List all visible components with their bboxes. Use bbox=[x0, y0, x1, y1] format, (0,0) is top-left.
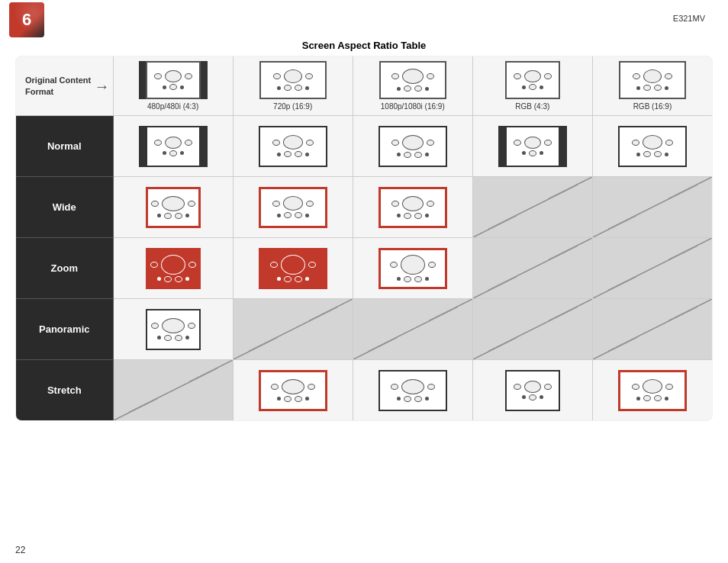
dot bbox=[540, 151, 543, 155]
aspect-ratio-table: Original Content Format → bbox=[15, 56, 713, 421]
circle bbox=[404, 152, 411, 158]
table-header-row: Original Content Format → bbox=[16, 56, 713, 116]
dot bbox=[185, 336, 189, 339]
dot bbox=[305, 86, 309, 90]
circle bbox=[404, 85, 411, 92]
main-container: Screen Aspect Ratio Table Original Conte… bbox=[0, 40, 728, 421]
col-label-480: 480p/480i (4:3) bbox=[117, 102, 230, 111]
tv-display-720 bbox=[259, 61, 327, 99]
col-label-rgb169: RGB (16:9) bbox=[596, 102, 709, 111]
circle bbox=[514, 384, 521, 390]
black-bar-right bbox=[201, 61, 208, 99]
circle bbox=[305, 73, 313, 79]
circle bbox=[402, 69, 424, 84]
tv-stretch-rgb169 bbox=[618, 370, 687, 411]
circle bbox=[308, 384, 315, 390]
ocf-label-text: Original Content Format bbox=[25, 75, 92, 97]
dot bbox=[540, 85, 543, 89]
row-label-zoom: Zoom bbox=[16, 238, 114, 299]
circle bbox=[529, 394, 536, 401]
circle bbox=[272, 201, 280, 207]
circle bbox=[427, 201, 434, 207]
header-col-rgb43: RGB (4:3) bbox=[472, 56, 592, 116]
row-label-wide: Wide bbox=[16, 177, 114, 238]
dot bbox=[636, 86, 640, 90]
tv-display-rgb43 bbox=[505, 61, 560, 99]
header-col-480: 480p/480i (4:3) bbox=[113, 56, 233, 116]
dot bbox=[636, 153, 640, 156]
circle bbox=[427, 73, 434, 79]
circle bbox=[150, 262, 158, 268]
page-header: 6 E321MV bbox=[0, 0, 728, 40]
circle bbox=[283, 196, 303, 211]
cell-panoramic-720-na bbox=[233, 299, 353, 360]
ocf-header-cell: Original Content Format → bbox=[16, 56, 114, 116]
cell-panoramic-480 bbox=[113, 299, 233, 360]
tv-normal-720 bbox=[259, 126, 327, 167]
circle bbox=[284, 212, 292, 218]
circle bbox=[391, 384, 398, 390]
circle bbox=[162, 318, 185, 333]
tv-wide-480 bbox=[146, 187, 201, 228]
circle bbox=[175, 335, 182, 341]
cell-normal-480 bbox=[113, 116, 233, 177]
circle bbox=[188, 262, 196, 268]
circle bbox=[164, 335, 172, 341]
tv-display-rgb169 bbox=[619, 61, 686, 99]
header-col-rgb169: RGB (16:9) bbox=[592, 56, 712, 116]
dot bbox=[305, 397, 309, 401]
circle bbox=[401, 379, 424, 394]
circle bbox=[391, 201, 399, 207]
circle bbox=[284, 396, 292, 402]
cell-wide-720 bbox=[233, 177, 353, 238]
dot bbox=[425, 277, 429, 281]
tv-zoom-1080 bbox=[378, 248, 447, 289]
dot bbox=[157, 214, 161, 217]
dot bbox=[522, 151, 526, 155]
logo-badge: 6 bbox=[9, 2, 44, 37]
cell-wide-rgb169-na bbox=[592, 177, 712, 238]
circle bbox=[169, 150, 177, 156]
page-number: 22 bbox=[15, 545, 25, 555]
circle bbox=[544, 73, 552, 79]
table-row-wide: Wide bbox=[16, 177, 713, 238]
circle bbox=[427, 140, 434, 146]
circle bbox=[390, 262, 398, 268]
circle bbox=[284, 276, 292, 282]
circle bbox=[162, 196, 185, 211]
circle bbox=[414, 396, 422, 402]
dot bbox=[305, 214, 309, 217]
dot bbox=[522, 85, 526, 89]
dot bbox=[397, 397, 401, 401]
circle-zoom bbox=[281, 255, 305, 275]
circle bbox=[295, 85, 302, 91]
dot bbox=[305, 277, 309, 281]
circle bbox=[272, 140, 280, 146]
circle bbox=[665, 384, 673, 390]
cell-stretch-1080 bbox=[353, 360, 472, 421]
circle bbox=[404, 276, 411, 282]
cell-wide-480 bbox=[113, 177, 233, 238]
circle bbox=[427, 384, 435, 390]
cell-stretch-rgb43 bbox=[472, 360, 592, 421]
circle bbox=[402, 196, 424, 211]
dot bbox=[397, 153, 401, 156]
circle bbox=[414, 85, 422, 92]
circle bbox=[295, 276, 302, 282]
circle bbox=[524, 137, 541, 149]
dot bbox=[180, 151, 184, 155]
circle bbox=[643, 69, 662, 83]
circle bbox=[295, 151, 302, 157]
circle bbox=[175, 276, 182, 282]
circle bbox=[151, 323, 159, 329]
circle bbox=[188, 201, 195, 207]
circle-zoom bbox=[401, 255, 425, 275]
header-tv-480 bbox=[139, 61, 208, 99]
circle bbox=[284, 69, 302, 83]
cell-panoramic-rgb169-na bbox=[592, 299, 712, 360]
dot bbox=[163, 85, 166, 89]
circle bbox=[514, 73, 521, 79]
cell-zoom-rgb169-na bbox=[592, 238, 712, 299]
cell-zoom-rgb43-na bbox=[472, 238, 592, 299]
dot bbox=[185, 214, 189, 217]
